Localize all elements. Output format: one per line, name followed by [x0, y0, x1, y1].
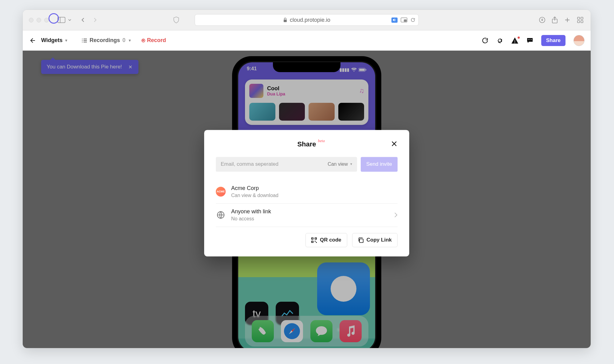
- recordings-group[interactable]: Recordings 0 ▼: [82, 37, 132, 44]
- share-row-title: Anyone with link: [231, 208, 388, 215]
- preview-canvas: You can Download this Pie here! ✕ 9:41 ▮…: [23, 51, 591, 348]
- recordings-count: 0: [122, 37, 126, 44]
- app-toolbar: Widgets ▼ Recordings 0 ▼ Record Share: [23, 30, 591, 51]
- share-row-subtitle: No access: [231, 216, 388, 222]
- downloads-icon[interactable]: [539, 17, 545, 23]
- chevron-down-icon: ▼: [64, 38, 68, 43]
- lock-icon: [283, 17, 287, 22]
- url-right-icons: [391, 17, 415, 23]
- beta-badge: beta: [318, 138, 325, 143]
- permission-select[interactable]: Can view ▼: [328, 161, 353, 167]
- svg-rect-10: [581, 21, 583, 23]
- notification-dot: [518, 37, 520, 39]
- modal-title: Sharebeta: [297, 140, 316, 148]
- list-icon: [82, 38, 87, 43]
- record-button[interactable]: Record: [142, 37, 166, 44]
- refresh-icon[interactable]: [482, 37, 488, 44]
- svg-rect-26: [312, 241, 313, 242]
- copy-link-button[interactable]: Copy Link: [352, 233, 398, 247]
- svg-rect-12: [530, 39, 530, 40]
- svg-rect-13: [531, 39, 532, 40]
- chevron-down-icon[interactable]: [68, 18, 72, 22]
- reload-icon[interactable]: [410, 17, 415, 22]
- qr-code-button[interactable]: QR code: [305, 233, 347, 247]
- browser-right-icons: [539, 17, 586, 23]
- url-bar[interactable]: cloud.protopie.io: [195, 14, 419, 26]
- warning-icon[interactable]: [511, 37, 519, 44]
- send-invite-button[interactable]: Send invite: [361, 157, 398, 172]
- svg-rect-11: [528, 39, 529, 40]
- email-input[interactable]: [220, 161, 328, 168]
- pie-title-group[interactable]: Widgets ▼: [41, 37, 68, 44]
- svg-rect-0: [58, 17, 65, 23]
- speaker-icon[interactable]: [391, 17, 398, 23]
- browser-toolbar: cloud.protopie.io: [23, 10, 591, 30]
- recordings-label: Recordings: [90, 37, 120, 44]
- share-row-acme: ACME Acme Corp Can view & download: [216, 180, 398, 203]
- modal-footer: QR code Copy Link: [216, 233, 398, 247]
- svg-rect-23: [316, 242, 317, 243]
- browser-forward-icon[interactable]: [91, 17, 99, 22]
- share-modal: Sharebeta Can view ▼ Send invite: [204, 130, 409, 256]
- svg-rect-2: [284, 20, 287, 22]
- sidebar-toggle-icon[interactable]: [57, 17, 65, 23]
- copy-icon: [358, 237, 363, 243]
- svg-rect-24: [312, 238, 313, 239]
- record-label: Record: [147, 37, 166, 44]
- traffic-zoom[interactable]: [44, 18, 49, 22]
- new-tab-icon[interactable]: [564, 17, 570, 23]
- app-right-icons: Share: [482, 35, 585, 46]
- svg-rect-27: [359, 239, 363, 242]
- svg-rect-9: [577, 21, 580, 23]
- share-row-subtitle: Can view & download: [231, 193, 398, 198]
- close-icon[interactable]: [391, 140, 398, 147]
- chevron-right-icon: [394, 212, 398, 218]
- svg-rect-8: [581, 17, 583, 19]
- share-row-public[interactable]: Anyone with link No access: [216, 203, 398, 227]
- browser-window: cloud.protopie.io: [23, 10, 591, 348]
- invite-field[interactable]: Can view ▼: [216, 157, 357, 172]
- traffic-minimize[interactable]: [37, 18, 41, 22]
- shield-icon[interactable]: [173, 17, 179, 23]
- org-avatar: ACME: [216, 187, 226, 196]
- tab-overview-icon[interactable]: [577, 17, 583, 23]
- browser-back-icon[interactable]: [79, 17, 87, 22]
- share-sheet-icon[interactable]: [552, 17, 558, 23]
- comment-icon[interactable]: [527, 37, 533, 44]
- svg-rect-25: [315, 238, 316, 239]
- svg-rect-4: [404, 20, 406, 21]
- user-avatar[interactable]: [573, 35, 585, 46]
- pip-icon[interactable]: [401, 17, 407, 22]
- window-traffic-lights: [29, 18, 49, 22]
- app-back-icon[interactable]: [29, 37, 36, 44]
- svg-rect-22: [315, 241, 316, 242]
- pie-title: Widgets: [41, 37, 63, 44]
- traffic-close[interactable]: [29, 18, 33, 22]
- qr-icon: [311, 237, 317, 243]
- share-button[interactable]: Share: [541, 35, 565, 46]
- svg-rect-7: [577, 17, 580, 19]
- share-row-title: Acme Corp: [231, 185, 398, 192]
- url-text: cloud.protopie.io: [290, 17, 330, 23]
- chevron-down-icon: ▼: [128, 38, 132, 43]
- globe-icon: [216, 210, 226, 220]
- gear-icon[interactable]: [496, 37, 503, 44]
- invite-row: Can view ▼ Send invite: [216, 157, 398, 172]
- chevron-down-icon: ▼: [350, 162, 353, 166]
- record-dot-icon: [142, 39, 145, 42]
